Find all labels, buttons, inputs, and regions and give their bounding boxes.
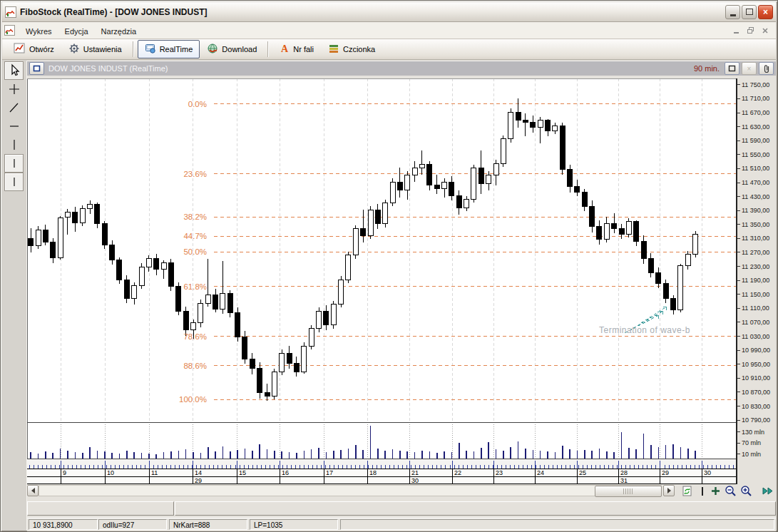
menu-item-0[interactable]: Wykres (19, 24, 58, 39)
week-label-cell (367, 476, 409, 484)
date-axis-table: 9101114291516171821302223242528312930 (27, 469, 736, 484)
toolbar-button-label: Otwórz (29, 45, 54, 53)
double-arrow-icon (762, 486, 774, 496)
tool-crosshair[interactable] (4, 80, 24, 98)
day-label-cell: 23 (493, 469, 535, 476)
price-axis-label: 11 430,00 (737, 193, 769, 200)
day-label-cell: 9 (61, 469, 105, 476)
day-label-cell: 16 (280, 469, 324, 476)
bottom-panel-right (175, 501, 776, 516)
svg-text:50.0%: 50.0% (183, 247, 207, 256)
zoom-out-button[interactable] (723, 485, 737, 497)
document-icon (4, 25, 16, 36)
minimize-button[interactable] (725, 5, 740, 19)
week-label-cell (577, 476, 618, 484)
week-label-cell (702, 476, 736, 484)
grip-icon (623, 488, 633, 494)
title-bar[interactable]: FiboStock (RealTime) - [DOW JONES INDUST… (2, 2, 776, 22)
toolbar-separator (267, 41, 269, 57)
week-label-cell (660, 476, 702, 484)
svg-text:23.6%: 23.6% (183, 170, 207, 178)
time-ruler (27, 459, 736, 469)
status-cell-2: NrKart=888 (169, 519, 247, 530)
go-to-end-button[interactable] (760, 485, 776, 497)
refresh-icon (682, 486, 692, 497)
vertical-line-icon (6, 136, 23, 153)
svg-text:44.7%: 44.7% (183, 232, 207, 240)
paperclip-icon (763, 64, 770, 73)
svg-text:78.6%: 78.6% (183, 332, 207, 341)
menu-item-2[interactable]: Narzędzia (95, 24, 143, 39)
price-axis-label: 11 230,00 (737, 263, 769, 270)
scrollbar-track[interactable] (39, 485, 662, 496)
zoom-in-icon (740, 485, 752, 497)
mdi-restore-button[interactable] (744, 25, 757, 36)
day-label-cell: 15 (237, 469, 280, 476)
week-label-cell (237, 476, 280, 484)
toolbar-button-label: Czcionka (343, 45, 375, 53)
bottom-panel-left (27, 501, 174, 516)
tool-trend-line[interactable] (4, 98, 24, 117)
toolbar-button-realtime[interactable]: RealTime (138, 40, 200, 58)
scroll-right-button[interactable] (663, 485, 675, 496)
restore-icon (33, 65, 41, 72)
chart-close-button[interactable]: × (742, 62, 757, 75)
day-label-cell (27, 469, 61, 476)
price-axis-label: 11 310,00 (737, 235, 769, 242)
scroll-left-button[interactable] (27, 485, 39, 496)
maximize-button[interactable] (742, 5, 757, 19)
week-label-cell (27, 476, 61, 484)
price-axis-label: 11 470,00 (737, 179, 769, 186)
svg-text:88.6%: 88.6% (183, 362, 207, 370)
week-label-cell (105, 476, 149, 484)
menu-item-1[interactable]: Edycja (58, 24, 95, 39)
chart-window-title: DOW JONES INDUST (RealTime) (48, 64, 168, 73)
chart-attach-button[interactable] (759, 62, 774, 75)
price-axis-label: 10 910,00 (737, 374, 770, 382)
svg-text:61.8%: 61.8% (183, 282, 207, 291)
toolbar-button-czcionka[interactable]: Czcionka (321, 40, 382, 58)
week-label-cell: 29 (193, 476, 237, 484)
day-label-cell: 30 (702, 469, 736, 476)
week-label-cell (452, 476, 493, 484)
chart-maximize-button[interactable] (725, 62, 739, 75)
download-globe-icon (207, 43, 218, 56)
left-arrow-icon (31, 488, 35, 493)
toolbar-button-ustawienia[interactable]: Ustawienia (61, 40, 129, 58)
volume-axis-label: 70 mln (737, 439, 761, 446)
zoom-out-icon (725, 485, 737, 497)
toolbar: OtwórzUstawieniaRealTimeDownloadANr fali… (2, 39, 776, 60)
price-axis-label: 10 790,00 (737, 416, 770, 424)
toolbar-button-download[interactable]: Download (200, 40, 264, 58)
week-label-cell (324, 476, 367, 484)
week-label-cell: 31 (618, 476, 660, 484)
tool-pointer[interactable] (4, 61, 24, 80)
mdi-minimize-button[interactable] (730, 25, 742, 36)
tool-vertical-line[interactable] (4, 135, 24, 154)
scrollbar-thumb[interactable] (595, 486, 662, 497)
tool-vertical-segment-boxed[interactable] (4, 173, 24, 191)
close-button[interactable]: × (758, 5, 773, 19)
toolbar-button-label: Nr fali (293, 45, 314, 53)
week-label-cell (280, 476, 324, 484)
settings-gear-icon (68, 43, 80, 56)
tool-vertical-segment[interactable] (4, 154, 24, 173)
tool-horizontal-line[interactable] (4, 117, 24, 135)
plus-button[interactable] (710, 485, 721, 497)
toolbar-button-nr-fali[interactable]: ANr fali (272, 40, 321, 58)
vertical-cursor-button[interactable] (698, 485, 707, 497)
mdi-close-button[interactable] (759, 25, 771, 36)
refresh-button[interactable] (680, 485, 694, 497)
maximize-icon (728, 65, 736, 72)
chart-restore-button[interactable] (29, 62, 44, 75)
toolbar-button-otw-rz[interactable]: Otwórz (6, 40, 61, 58)
zoom-in-button[interactable] (739, 485, 753, 497)
day-label-cell: 29 (660, 469, 702, 476)
svg-text:100.0%: 100.0% (179, 395, 207, 404)
chart-window-titlebar[interactable]: DOW JONES INDUST (RealTime) 90 min. × (27, 61, 776, 76)
volume-axis-label: 10 mln (737, 451, 761, 458)
price-axis-label: 11 630,00 (737, 123, 769, 131)
right-arrow-icon (667, 488, 671, 493)
candlestick-chart[interactable]: 0.0%23.6%38.2%44.7%50.0%61.8%78.6%88.6%1… (27, 78, 736, 459)
week-label-cell (493, 476, 535, 484)
